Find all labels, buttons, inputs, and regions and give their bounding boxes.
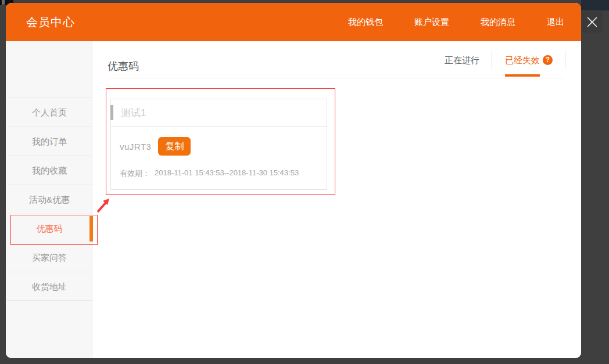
sidebar-item-coupon-code[interactable]: 优惠码 bbox=[6, 214, 93, 243]
sidebar-item-activity[interactable]: 活动&优惠 bbox=[6, 185, 93, 214]
dialog-title: 会员中心 bbox=[26, 15, 75, 30]
coupon-card-header: 测试1 bbox=[111, 99, 327, 127]
coupon-card-body: vuJRT3 复制 有效期： 2018-11-01 15:43:53--2018… bbox=[111, 137, 327, 179]
nav-item-logout[interactable]: 退出 bbox=[547, 17, 564, 28]
coupon-code-row: vuJRT3 复制 bbox=[120, 137, 327, 156]
sidebar-item-favorites[interactable]: 我的收藏 bbox=[6, 156, 93, 185]
header-nav: 我的钱包 账户设置 我的消息 退出 bbox=[348, 17, 564, 28]
validity-row: 有效期： 2018-11-01 15:43:53--2018-11-30 15:… bbox=[120, 168, 327, 179]
tab-in-progress[interactable]: 正在进行 bbox=[432, 41, 492, 78]
main-content: 优惠码 正在进行 已经失效 ? 测试1 vuJRT3 复制 bbox=[93, 41, 581, 358]
help-icon[interactable]: ? bbox=[543, 55, 553, 65]
coupon-code: vuJRT3 bbox=[120, 142, 151, 152]
dialog-header: 会员中心 我的钱包 账户设置 我的消息 退出 bbox=[6, 3, 581, 41]
close-icon bbox=[586, 16, 599, 28]
sidebar-item-orders[interactable]: 我的订单 bbox=[6, 127, 93, 156]
sidebar: 个人首页 我的订单 我的收藏 活动&优惠 优惠码 买家问答 收货地址 bbox=[6, 41, 93, 358]
copy-button[interactable]: 复制 bbox=[158, 137, 191, 156]
close-button[interactable] bbox=[582, 12, 603, 33]
coupon-card: 测试1 vuJRT3 复制 有效期： 2018-11-01 15:43:53--… bbox=[110, 99, 327, 190]
coupon-name: 测试1 bbox=[121, 106, 146, 120]
sidebar-item-label: 优惠码 bbox=[37, 224, 63, 233]
sidebar-item-address[interactable]: 收货地址 bbox=[6, 272, 93, 301]
member-center-dialog: 会员中心 我的钱包 账户设置 我的消息 退出 个人首页 我的订单 我的收藏 活动… bbox=[6, 3, 581, 358]
sidebar-item-buyer-qa[interactable]: 买家问答 bbox=[6, 243, 93, 272]
tab-bar: 正在进行 已经失效 ? bbox=[432, 41, 565, 78]
validity-value: 2018-11-01 15:43:53--2018-11-30 15:43:53 bbox=[155, 168, 299, 179]
tab-expired[interactable]: 已经失效 ? bbox=[492, 41, 565, 78]
tab-label: 已经失效 bbox=[505, 55, 540, 65]
card-accent-bar bbox=[110, 105, 113, 120]
nav-item-settings[interactable]: 账户设置 bbox=[414, 17, 449, 28]
content-header: 优惠码 正在进行 已经失效 ? bbox=[93, 41, 581, 78]
nav-item-messages[interactable]: 我的消息 bbox=[481, 17, 515, 28]
tab-label: 正在进行 bbox=[445, 55, 479, 65]
nav-item-wallet[interactable]: 我的钱包 bbox=[348, 17, 383, 28]
sidebar-item-home[interactable]: 个人首页 bbox=[6, 98, 93, 127]
underlying-page-header-strip bbox=[581, 0, 609, 10]
header-divider bbox=[108, 78, 565, 78]
underlying-page-glyph bbox=[2, 0, 5, 5]
validity-label: 有效期： bbox=[120, 168, 150, 179]
page-title: 优惠码 bbox=[108, 59, 139, 73]
